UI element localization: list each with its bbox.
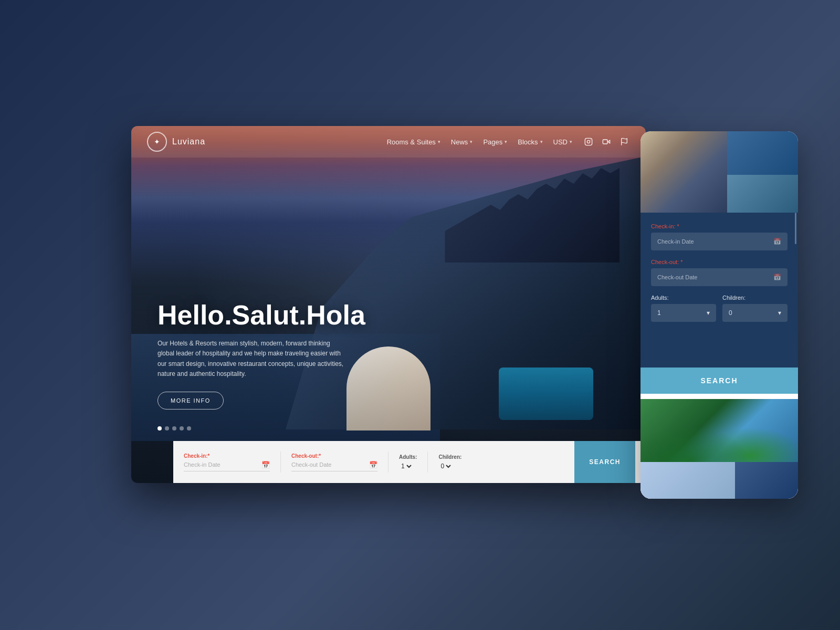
search-button-bottom[interactable]: SEARCH — [574, 441, 635, 483]
desktop-mockup: ✦ Luviana Rooms & Suites ▾ News ▾ Pages … — [131, 126, 646, 483]
mobile-thumb-side — [727, 131, 798, 218]
adults-label: Adults: — [399, 454, 417, 460]
slide-dot-4[interactable] — [180, 426, 184, 430]
checkin-calendar-icon: 📅 — [261, 461, 270, 469]
mobile-bottom-photos — [640, 399, 798, 499]
nav-pages[interactable]: Pages ▾ — [483, 138, 507, 146]
children-select-wrap: 0 1 2 3 — [438, 462, 461, 470]
children-field-group: Children: 0 1 2 3 — [438, 454, 461, 470]
checkout-calendar-icon: 📅 — [369, 461, 377, 469]
mobile-detail-photo — [735, 462, 798, 499]
nav-news[interactable]: News ▾ — [451, 138, 473, 146]
svg-point-1 — [587, 140, 590, 143]
mobile-exterior-photo — [640, 462, 735, 499]
nav-rooms-suites[interactable]: Rooms & Suites ▾ — [387, 138, 440, 146]
mobile-palm-image — [640, 399, 798, 462]
slide-dot-1[interactable] — [158, 426, 162, 430]
nav-currency-chevron-icon: ▾ — [570, 139, 572, 144]
mobile-children-chevron-icon: ▾ — [778, 309, 781, 317]
more-info-button[interactable]: MORE INFO — [158, 392, 224, 410]
mobile-search-button[interactable]: SEARCH — [640, 368, 798, 394]
hero-content: Hello.Salut.Hola Our Hotels & Resorts re… — [158, 300, 365, 410]
svg-rect-3 — [603, 140, 607, 144]
logo-area[interactable]: ✦ Luviana — [147, 132, 205, 152]
mobile-guests-row: Adults: 1 ▾ Children: 0 ▾ — [651, 295, 788, 322]
adults-select-wrap: 1 2 3 4 — [399, 462, 417, 470]
hero-title: Hello.Salut.Hola — [158, 300, 365, 330]
mobile-booking-form: Check-in: * Check-in Date 📅 Check-out: *… — [640, 213, 798, 394]
mobile-thumb-top-right — [727, 131, 798, 175]
slide-dot-5[interactable] — [187, 426, 191, 430]
nav-pages-label: Pages — [483, 138, 502, 146]
slide-dot-3[interactable] — [172, 426, 176, 430]
mobile-checkin-calendar-icon: 📅 — [773, 238, 781, 245]
mobile-checkin-input[interactable]: Check-in Date 📅 — [651, 233, 788, 250]
divider-1 — [280, 452, 281, 472]
mobile-adults-select[interactable]: 1 ▾ — [651, 304, 716, 322]
checkout-input[interactable]: Check-out Date — [291, 461, 365, 468]
divider-2 — [388, 452, 388, 472]
children-label: Children: — [438, 454, 461, 460]
mobile-adults-chevron-icon: ▾ — [707, 309, 710, 317]
checkout-input-wrap: Check-out Date 📅 — [291, 461, 377, 471]
mobile-checkout-placeholder: Check-out Date — [657, 274, 697, 280]
mobile-checkin-placeholder: Check-in Date — [657, 238, 694, 245]
mobile-children-select[interactable]: 0 ▾ — [722, 304, 788, 322]
mobile-checkout-label: Check-out: * — [651, 259, 788, 265]
instagram-icon[interactable] — [583, 136, 594, 148]
nav-rooms-suites-label: Rooms & Suites — [387, 138, 436, 146]
mobile-scroll-indicator — [795, 213, 796, 244]
checkin-input-wrap: Check-in Date 📅 — [184, 461, 270, 471]
mobile-adults-label: Adults: — [651, 295, 716, 301]
mobile-children-col: Children: 0 ▾ — [722, 295, 788, 322]
nav-pages-chevron-icon: ▾ — [505, 139, 507, 144]
mobile-top-thumbnails — [640, 131, 798, 218]
nav-currency-label: USD — [553, 138, 568, 146]
pool-area — [499, 368, 593, 420]
nav-links: Rooms & Suites ▾ News ▾ Pages ▾ Blocks ▾… — [387, 138, 572, 146]
mobile-checkin-label: Check-in: * — [651, 223, 788, 229]
nav-currency[interactable]: USD ▾ — [553, 138, 572, 146]
nav-blocks[interactable]: Blocks ▾ — [518, 138, 542, 146]
logo-symbol: ✦ — [154, 138, 160, 146]
adults-select[interactable]: 1 2 3 4 — [399, 462, 413, 470]
logo-icon: ✦ — [147, 132, 167, 152]
mobile-pool-photo — [640, 399, 798, 462]
children-select[interactable]: 0 1 2 3 — [438, 462, 453, 470]
nav-social-icons — [583, 136, 630, 148]
slide-dot-2[interactable] — [165, 426, 169, 430]
bottom-search-bar: Check-in:* Check-in Date 📅 Check-out:* C… — [173, 441, 646, 483]
mobile-children-label: Children: — [722, 295, 788, 301]
buildings-silhouette — [436, 158, 620, 262]
logo-name: Luviana — [172, 137, 205, 146]
checkout-label: Check-out:* — [291, 453, 377, 459]
navbar: ✦ Luviana Rooms & Suites ▾ News ▾ Pages … — [131, 126, 646, 158]
flag-icon[interactable] — [618, 136, 630, 148]
nav-news-label: News — [451, 138, 468, 146]
nav-news-chevron-icon: ▾ — [470, 139, 472, 144]
mobile-mockup: Check-in: * Check-in Date 📅 Check-out: *… — [640, 131, 798, 499]
slide-dots — [158, 426, 191, 430]
building-shape — [436, 158, 620, 262]
checkin-required: * — [208, 453, 210, 459]
svg-rect-0 — [585, 138, 592, 145]
checkin-field-group: Check-in:* Check-in Date 📅 — [184, 453, 270, 471]
checkin-label: Check-in:* — [184, 453, 270, 459]
nav-blocks-chevron-icon: ▾ — [540, 139, 543, 144]
mobile-checkout-input[interactable]: Check-out Date 📅 — [651, 268, 788, 286]
hero-subtitle: Our Hotels & Resorts remain stylish, mod… — [158, 339, 346, 379]
nav-blocks-label: Blocks — [518, 138, 538, 146]
page-wrapper: ✦ Luviana Rooms & Suites ▾ News ▾ Pages … — [0, 0, 840, 630]
checkout-required: * — [319, 453, 321, 459]
mobile-checkout-calendar-icon: 📅 — [773, 274, 781, 281]
adults-field-group: Adults: 1 2 3 4 — [399, 454, 417, 470]
mobile-adults-col: Adults: 1 ▾ — [651, 295, 716, 322]
mobile-thumb-bottom-right — [727, 175, 798, 218]
checkout-field-group: Check-out:* Check-out Date 📅 — [291, 453, 377, 471]
checkin-input[interactable]: Check-in Date — [184, 461, 257, 468]
video-icon[interactable] — [601, 136, 612, 148]
mobile-thumb-main — [640, 131, 727, 218]
svg-point-2 — [590, 140, 591, 140]
divider-3 — [427, 452, 428, 472]
nav-rooms-chevron-icon: ▾ — [438, 139, 440, 144]
